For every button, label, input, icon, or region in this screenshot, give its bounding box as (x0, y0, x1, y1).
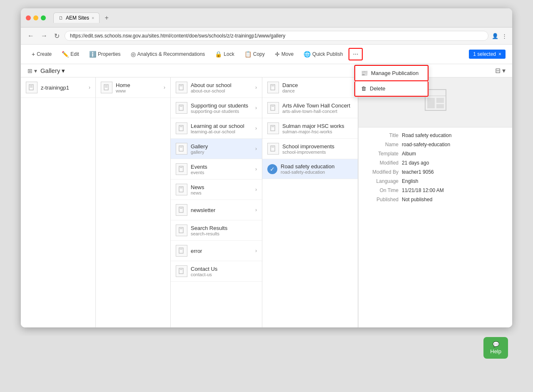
svg-rect-28 (271, 105, 275, 110)
page-icon (101, 82, 112, 93)
list-item[interactable]: News news › (171, 180, 262, 200)
list-item[interactable]: Learning at our school learning-at-our-s… (171, 118, 262, 139)
list-item[interactable]: z-trainingp1 › (21, 77, 95, 98)
detail-info: Title Road safety education Name road-sa… (359, 127, 512, 211)
forward-button[interactable]: → (39, 31, 49, 40)
new-tab-button[interactable]: + (105, 14, 108, 22)
item-title: School improvements (282, 143, 353, 150)
modified-by-value: teacher1 9056 (402, 169, 434, 175)
item-text: Events events (191, 164, 252, 175)
list-item[interactable]: newsletter › (171, 200, 262, 220)
traffic-lights (26, 15, 46, 20)
modified-label: Modified (365, 160, 399, 166)
url-input[interactable] (65, 31, 488, 41)
browser-tab[interactable]: 🗋 AEM Sites × (53, 12, 100, 23)
page-icon (176, 82, 187, 93)
back-button[interactable]: ← (26, 31, 36, 40)
copy-button[interactable]: 📋 Copy (240, 49, 269, 60)
list-item[interactable]: Search Results search-results (171, 220, 262, 241)
move-button[interactable]: ✛ Move (271, 49, 298, 60)
item-text: z-trainingp1 (41, 85, 85, 91)
chevron-right-icon: › (255, 207, 257, 213)
deselect-button[interactable]: × (498, 51, 501, 57)
item-subtitle: news (191, 190, 252, 195)
svg-rect-16 (179, 187, 183, 192)
list-item[interactable]: ✓ Road safety education road-safety-educ… (262, 159, 358, 179)
name-value: road-safety-education (402, 142, 450, 147)
close-traffic-light[interactable] (26, 15, 31, 20)
item-text: error (191, 248, 252, 254)
item-subtitle: road-safety-education (281, 170, 353, 175)
item-text: Search Results search-results (191, 225, 257, 236)
view-toggle-icon[interactable]: ⊞ ▾ (27, 67, 37, 74)
edit-icon: ✏️ (62, 51, 69, 57)
on-time-value: 11/21/18 12:00 AM (402, 187, 444, 193)
list-item[interactable]: error › (171, 241, 262, 261)
item-title: Home (116, 82, 160, 88)
list-item[interactable]: About our school about-our-school › (171, 77, 262, 98)
list-item[interactable]: Gallery gallery › (171, 139, 262, 159)
chevron-right-icon: › (255, 187, 257, 192)
analytics-button[interactable]: ◎ Analytics & Recommendations (127, 49, 209, 60)
item-subtitle: supporting-our-students (191, 109, 252, 114)
item-title: Dance (282, 82, 353, 88)
lock-button[interactable]: 🔒 Lock (211, 49, 238, 60)
detail-row: Published Not published (365, 197, 506, 202)
item-subtitle: about-our-school (191, 88, 252, 93)
list-item[interactable]: Dance dance (262, 77, 358, 98)
create-icon: + (32, 51, 35, 57)
quick-publish-icon: 🌐 (304, 51, 311, 57)
page-icon (176, 102, 187, 114)
tab-icon: 🗋 (59, 15, 63, 20)
manage-publication-item[interactable]: 📰 Manage Publication (354, 65, 428, 81)
create-button[interactable]: + Create (27, 49, 56, 60)
svg-rect-10 (179, 125, 183, 131)
menu-icon[interactable]: ⋮ (502, 33, 507, 39)
item-text: Learning at our school learning-at-our-s… (191, 123, 252, 134)
published-value: Not published (402, 197, 432, 202)
svg-rect-12 (179, 146, 183, 151)
refresh-button[interactable]: ↻ (52, 31, 61, 41)
properties-button[interactable]: ℹ️ Properties (85, 49, 125, 60)
item-subtitle: arts-alive-town-hall-concert (282, 109, 353, 114)
item-text: Contact Us contact-us (191, 266, 257, 277)
breadcrumb-bar: ⊞ ▾ Gallery ▾ ⊟ ▾ (21, 64, 512, 77)
list-item[interactable]: Home www › (96, 77, 170, 98)
list-item[interactable]: School improvements school-improvements (262, 139, 358, 159)
column-4: Dance dance Arts Alive Town Hall Concert… (262, 77, 358, 327)
list-item[interactable]: Contact Us contact-us (171, 261, 262, 282)
more-icon: ··· (353, 50, 358, 57)
columns-toggle-icon[interactable]: ⊟ ▾ (495, 67, 506, 75)
list-item[interactable]: Arts Alive Town Hall Concert arts-alive-… (262, 98, 358, 118)
minimize-traffic-light[interactable] (33, 15, 38, 20)
chevron-right-icon: › (255, 85, 257, 90)
item-title: Events (191, 164, 252, 170)
list-item[interactable]: Sulman major HSC works sulman-major-hsc-… (262, 118, 358, 139)
maximize-traffic-light[interactable] (41, 15, 46, 20)
profile-icon[interactable]: 👤 (492, 33, 498, 39)
manage-publication-label: Manage Publication (371, 70, 418, 76)
list-item[interactable]: Events events › (171, 159, 262, 180)
chevron-right-icon: › (255, 105, 257, 111)
dropdown-menu: 📰 Manage Publication 🗑 Delete (354, 65, 429, 97)
list-item[interactable]: Supporting our students supporting-our-s… (171, 98, 262, 118)
item-text: Arts Alive Town Hall Concert arts-alive-… (282, 102, 353, 114)
quick-publish-button[interactable]: 🌐 Quick Publish (299, 49, 347, 60)
delete-item[interactable]: 🗑 Delete (354, 81, 428, 97)
item-subtitle: dance (282, 88, 353, 93)
column-1: z-trainingp1 › (21, 77, 96, 327)
edit-button[interactable]: ✏️ Edit (57, 49, 83, 60)
item-text: Dance dance (282, 82, 353, 93)
page-icon (176, 265, 187, 277)
detail-row: Modified 21 days ago (365, 160, 506, 166)
page-icon (267, 102, 279, 114)
more-button[interactable]: ··· (349, 48, 362, 60)
item-title: Gallery (191, 143, 252, 150)
chevron-right-icon: › (255, 166, 257, 172)
item-title: Sulman major HSC works (282, 123, 353, 129)
chevron-right-icon: › (255, 248, 257, 254)
item-subtitle: events (191, 170, 252, 175)
svg-rect-20 (179, 227, 183, 233)
selected-count: 1 selected (473, 51, 496, 57)
tab-close-button[interactable]: × (92, 15, 94, 20)
